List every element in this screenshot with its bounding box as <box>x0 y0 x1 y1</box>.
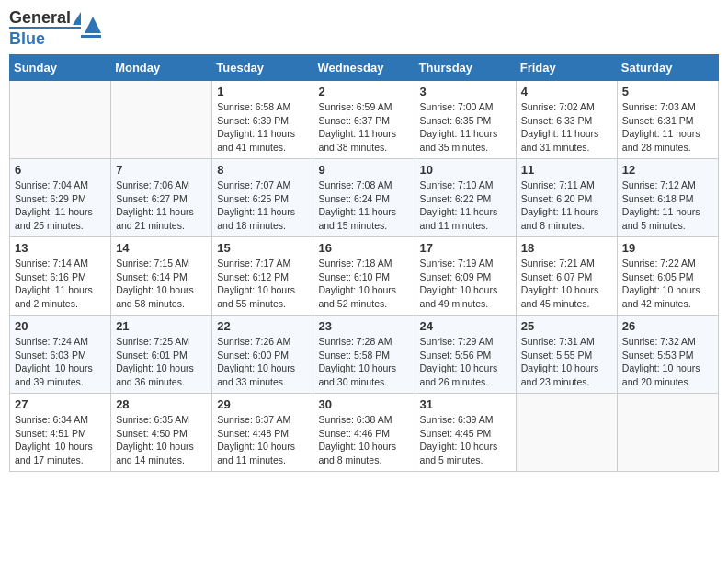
calendar-cell: 18Sunrise: 7:21 AM Sunset: 6:07 PM Dayli… <box>516 237 617 316</box>
svg-marker-0 <box>85 17 101 33</box>
week-row-3: 13Sunrise: 7:14 AM Sunset: 6:16 PM Dayli… <box>10 237 719 316</box>
calendar-cell: 23Sunrise: 7:28 AM Sunset: 5:58 PM Dayli… <box>313 316 415 394</box>
calendar-cell: 27Sunrise: 6:34 AM Sunset: 4:51 PM Dayli… <box>10 394 111 472</box>
day-number: 26 <box>622 319 713 333</box>
day-info: Sunrise: 7:08 AM Sunset: 6:24 PM Dayligh… <box>318 178 409 233</box>
day-info: Sunrise: 7:00 AM Sunset: 6:35 PM Dayligh… <box>420 100 511 155</box>
calendar-cell: 4Sunrise: 7:02 AM Sunset: 6:33 PM Daylig… <box>516 81 617 159</box>
calendar-cell: 25Sunrise: 7:31 AM Sunset: 5:55 PM Dayli… <box>516 316 617 394</box>
day-header-wednesday: Wednesday <box>313 55 415 81</box>
calendar-cell: 28Sunrise: 6:35 AM Sunset: 4:50 PM Dayli… <box>111 394 212 472</box>
calendar-cell: 17Sunrise: 7:19 AM Sunset: 6:09 PM Dayli… <box>415 237 516 316</box>
day-info: Sunrise: 6:38 AM Sunset: 4:46 PM Dayligh… <box>318 413 409 467</box>
calendar-cell: 13Sunrise: 7:14 AM Sunset: 6:16 PM Dayli… <box>10 237 111 316</box>
day-info: Sunrise: 7:02 AM Sunset: 6:33 PM Dayligh… <box>521 100 612 155</box>
day-info: Sunrise: 7:32 AM Sunset: 5:53 PM Dayligh… <box>622 335 713 389</box>
day-info: Sunrise: 7:03 AM Sunset: 6:31 PM Dayligh… <box>622 100 713 155</box>
calendar-cell: 9Sunrise: 7:08 AM Sunset: 6:24 PM Daylig… <box>313 159 415 237</box>
day-number: 12 <box>622 163 713 177</box>
day-number: 20 <box>15 319 106 333</box>
day-header-sunday: Sunday <box>10 55 111 81</box>
day-header-friday: Friday <box>516 55 617 81</box>
day-number: 24 <box>420 319 511 333</box>
day-header-monday: Monday <box>111 55 212 81</box>
day-number: 11 <box>521 163 612 177</box>
calendar-cell <box>111 81 212 159</box>
day-number: 6 <box>15 163 106 177</box>
day-header-tuesday: Tuesday <box>212 55 313 81</box>
calendar-cell <box>617 394 718 472</box>
week-row-1: 1Sunrise: 6:58 AM Sunset: 6:39 PM Daylig… <box>10 81 719 159</box>
day-info: Sunrise: 7:11 AM Sunset: 6:20 PM Dayligh… <box>521 178 612 233</box>
day-number: 13 <box>15 241 106 255</box>
calendar-cell: 22Sunrise: 7:26 AM Sunset: 6:00 PM Dayli… <box>212 316 313 394</box>
day-number: 15 <box>217 241 308 255</box>
day-number: 9 <box>318 163 409 177</box>
day-number: 22 <box>217 319 308 333</box>
day-info: Sunrise: 7:24 AM Sunset: 6:03 PM Dayligh… <box>15 335 106 389</box>
page-header: General Blue <box>9 9 719 47</box>
calendar-cell: 6Sunrise: 7:04 AM Sunset: 6:29 PM Daylig… <box>10 159 111 237</box>
day-number: 30 <box>318 397 409 411</box>
logo-arrow-icon <box>85 13 101 33</box>
day-number: 27 <box>15 397 106 411</box>
day-number: 28 <box>116 397 207 411</box>
calendar-cell <box>10 81 111 159</box>
day-info: Sunrise: 6:58 AM Sunset: 6:39 PM Dayligh… <box>217 100 308 155</box>
calendar-cell: 16Sunrise: 7:18 AM Sunset: 6:10 PM Dayli… <box>313 237 415 316</box>
day-info: Sunrise: 7:31 AM Sunset: 5:55 PM Dayligh… <box>521 335 612 389</box>
calendar-cell: 26Sunrise: 7:32 AM Sunset: 5:53 PM Dayli… <box>617 316 718 394</box>
logo: General Blue <box>9 9 81 47</box>
day-info: Sunrise: 7:15 AM Sunset: 6:14 PM Dayligh… <box>116 257 207 311</box>
day-number: 21 <box>116 319 207 333</box>
day-info: Sunrise: 7:22 AM Sunset: 6:05 PM Dayligh… <box>622 257 713 311</box>
calendar-cell: 21Sunrise: 7:25 AM Sunset: 6:01 PM Dayli… <box>111 316 212 394</box>
day-info: Sunrise: 7:28 AM Sunset: 5:58 PM Dayligh… <box>318 335 409 389</box>
week-row-4: 20Sunrise: 7:24 AM Sunset: 6:03 PM Dayli… <box>10 316 719 394</box>
day-number: 14 <box>116 241 207 255</box>
day-info: Sunrise: 6:39 AM Sunset: 4:45 PM Dayligh… <box>420 413 511 467</box>
day-number: 31 <box>420 397 511 411</box>
day-number: 17 <box>420 241 511 255</box>
calendar-cell: 24Sunrise: 7:29 AM Sunset: 5:56 PM Dayli… <box>415 316 516 394</box>
calendar-cell: 1Sunrise: 6:58 AM Sunset: 6:39 PM Daylig… <box>212 81 313 159</box>
calendar-cell: 7Sunrise: 7:06 AM Sunset: 6:27 PM Daylig… <box>111 159 212 237</box>
day-header-saturday: Saturday <box>617 55 718 81</box>
week-row-5: 27Sunrise: 6:34 AM Sunset: 4:51 PM Dayli… <box>10 394 719 472</box>
calendar-cell: 11Sunrise: 7:11 AM Sunset: 6:20 PM Dayli… <box>516 159 617 237</box>
calendar-cell: 2Sunrise: 6:59 AM Sunset: 6:37 PM Daylig… <box>313 81 415 159</box>
day-number: 7 <box>116 163 207 177</box>
day-info: Sunrise: 6:59 AM Sunset: 6:37 PM Dayligh… <box>318 100 409 155</box>
day-number: 1 <box>217 85 308 98</box>
day-number: 3 <box>420 85 511 98</box>
calendar-cell: 14Sunrise: 7:15 AM Sunset: 6:14 PM Dayli… <box>111 237 212 316</box>
day-info: Sunrise: 7:10 AM Sunset: 6:22 PM Dayligh… <box>420 178 511 233</box>
day-header-thursday: Thursday <box>415 55 516 81</box>
calendar-cell: 19Sunrise: 7:22 AM Sunset: 6:05 PM Dayli… <box>617 237 718 316</box>
calendar-cell: 5Sunrise: 7:03 AM Sunset: 6:31 PM Daylig… <box>617 81 718 159</box>
day-info: Sunrise: 7:29 AM Sunset: 5:56 PM Dayligh… <box>420 335 511 389</box>
day-info: Sunrise: 7:17 AM Sunset: 6:12 PM Dayligh… <box>217 257 308 311</box>
day-info: Sunrise: 7:14 AM Sunset: 6:16 PM Dayligh… <box>15 257 106 311</box>
calendar-cell: 15Sunrise: 7:17 AM Sunset: 6:12 PM Dayli… <box>212 237 313 316</box>
day-info: Sunrise: 6:35 AM Sunset: 4:50 PM Dayligh… <box>116 413 207 467</box>
calendar-cell: 12Sunrise: 7:12 AM Sunset: 6:18 PM Dayli… <box>617 159 718 237</box>
day-number: 16 <box>318 241 409 255</box>
day-info: Sunrise: 7:06 AM Sunset: 6:27 PM Dayligh… <box>116 178 207 233</box>
calendar-cell: 30Sunrise: 6:38 AM Sunset: 4:46 PM Dayli… <box>313 394 415 472</box>
calendar-cell: 20Sunrise: 7:24 AM Sunset: 6:03 PM Dayli… <box>10 316 111 394</box>
day-number: 2 <box>318 85 409 98</box>
day-number: 10 <box>420 163 511 177</box>
day-info: Sunrise: 7:21 AM Sunset: 6:07 PM Dayligh… <box>521 257 612 311</box>
day-info: Sunrise: 7:19 AM Sunset: 6:09 PM Dayligh… <box>420 257 511 311</box>
day-number: 25 <box>521 319 612 333</box>
calendar-cell: 31Sunrise: 6:39 AM Sunset: 4:45 PM Dayli… <box>415 394 516 472</box>
day-info: Sunrise: 7:07 AM Sunset: 6:25 PM Dayligh… <box>217 178 308 233</box>
calendar-cell: 29Sunrise: 6:37 AM Sunset: 4:48 PM Dayli… <box>212 394 313 472</box>
day-info: Sunrise: 7:04 AM Sunset: 6:29 PM Dayligh… <box>15 178 106 233</box>
day-info: Sunrise: 7:25 AM Sunset: 6:01 PM Dayligh… <box>116 335 207 389</box>
day-info: Sunrise: 7:12 AM Sunset: 6:18 PM Dayligh… <box>622 178 713 233</box>
day-number: 23 <box>318 319 409 333</box>
day-number: 19 <box>622 241 713 255</box>
day-info: Sunrise: 6:34 AM Sunset: 4:51 PM Dayligh… <box>15 413 106 467</box>
